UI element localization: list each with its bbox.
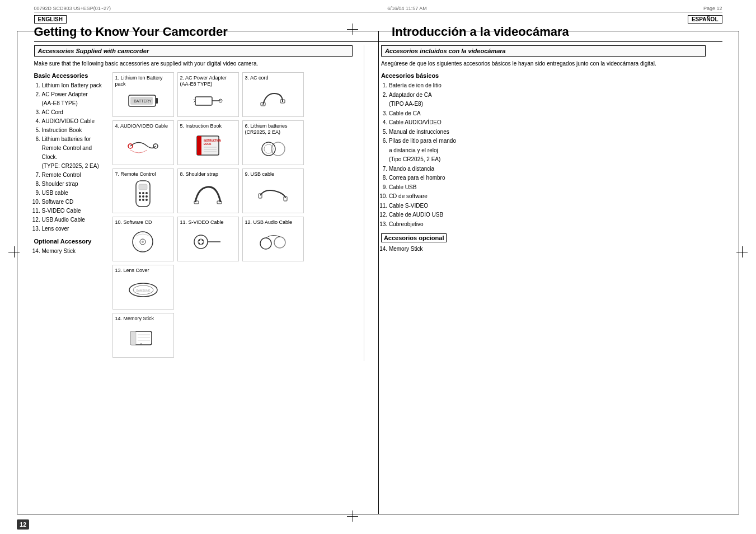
english-label: ENGLISH [34,15,67,24]
english-title: Getting to Know Your Camcorder [34,25,364,39]
img-cell-memory-stick: 14. Memory Stick M [112,313,174,358]
img-row-3: 7. Remote Control [112,168,353,213]
cell-label-3: 3. AC cord [245,75,269,81]
img-cell-ac-cord: 3. AC cord [242,72,304,117]
svg-point-43 [199,240,200,241]
img-row-1: 1. Lithium Ion Battery pack BATTERY [112,72,353,117]
english-section-header: Accessories Supplied with camcorder [34,45,353,57]
img-cell-av-cable: 4. AUDIO/VIDEO Cable [112,120,174,165]
img-cell-software-cd: 10. Software CD [112,217,174,261]
img-cell-adapter: 2. AC Power Adapter(AA-E8 TYPE) [177,72,239,117]
english-column: Accessories Supplied with camcorder Make… [34,45,364,361]
list-item: Lens cover [42,224,107,233]
spanish-intro: Asegúrese de que los siguientes accesori… [381,60,706,68]
english-intro: Make sure that the following basic acces… [34,60,353,68]
shoulder-strap-icon [192,177,223,210]
cell-label-6: 6. Lithium batteries(CR2025, 2 EA) [245,123,288,135]
crosshair-right [736,246,748,257]
spanish-accessories-list: Accesorios básicos Batería de ion de lit… [381,72,706,254]
cell-label-5: 5. Instruction Book [180,123,222,129]
list-item: Memory Stick [42,247,107,256]
svg-point-41 [194,235,208,249]
cell-label-2: 2. AC Power Adapter(AA-E8 TYPE) [180,75,227,87]
batteries-icon [257,135,288,162]
list-item: Remote Control [42,171,107,180]
adapter-icon [192,87,223,114]
usb-audio-icon [257,226,288,259]
english-basic-header: Basic Accessories [34,72,107,79]
list-item: AUDIO/VIDEO Cable [42,117,107,126]
spanish-title: Introducción a la videocámara [392,25,722,39]
image-grid: 1. Lithium Ion Battery pack BATTERY [112,72,353,361]
svg-point-32 [142,199,144,201]
spanish-column: Accesorios incluidos con la videocámara … [375,45,706,361]
svg-point-46 [202,243,204,245]
svg-point-44 [202,240,204,241]
spanish-section-header: Accesorios incluidos con la videocámara [381,45,706,57]
img-cell-svideo: 11. S-VIDEO Cable [177,217,239,261]
list-item: Memory Stick [389,245,706,254]
list-item: Cable de AUDIO USB [389,210,706,220]
cell-label-12: 12. USB Audio Cable [245,219,293,226]
img-row-2: 4. AUDIO/VIDEO Cable [112,120,353,165]
svg-rect-1 [156,98,158,104]
svg-rect-24 [139,184,147,190]
svg-text:SAMSUNG: SAMSUNG [136,289,150,292]
cell-label-1: 1. Lithium Ion Battery pack [115,75,171,87]
svg-rect-4 [195,97,212,105]
svideo-icon [192,226,223,259]
list-item: USB cable [42,189,107,198]
svg-text:BATTERY: BATTERY [134,99,152,103]
cell-label-14: 14. Memory Stick [115,316,154,322]
svg-point-49 [274,237,285,248]
list-item: Lithium batteries forRemote Control and … [42,135,107,171]
spanish-optional-list: Memory Stick [381,245,706,254]
list-item: Mando a distancia [389,165,706,174]
doc-date: 6/16/04 11:57 AM [387,6,427,11]
svg-text:INSTRUCTION: INSTRUCTION [204,139,221,142]
cell-label-8: 8. Shoulder strap [180,171,219,177]
list-item: S-VIDEO Cable [42,207,107,216]
spanish-basic-header: Accesorios básicos [381,72,706,79]
list-item: AC Power Adapter(AA-E8 TYPE) [42,90,107,108]
list-item: Lithium Ion Battery pack [42,81,107,90]
spanish-optional-header: Accesorios opcional [381,233,447,242]
crosshair-top [347,24,358,35]
svg-point-48 [260,238,271,249]
list-item: CD de software [389,192,706,202]
memory-stick-icon: M [128,322,158,355]
list-item: AC Cord [42,108,107,117]
img-cell-usb-cable: 9. USB cable [242,168,304,213]
img-cell-instruction: 5. Instruction Book INSTRUCTION BOOK [177,120,239,165]
svg-point-22 [271,142,285,156]
cell-label-13: 13. Lens Cover [115,268,149,274]
list-item: Instruction Book [42,126,107,135]
svg-point-25 [139,192,141,194]
img-cell-shoulder-strap: 8. Shoulder strap [177,168,239,213]
svg-point-40 [142,241,144,243]
list-item: Correa para el hombro [389,174,706,183]
doc-id: 00792D SCD903 US+ESP(01~27) [34,6,111,11]
list-item: Shoulder strap [42,180,107,189]
svg-point-27 [145,192,148,194]
main-content: Accessories Supplied with camcorder Make… [34,45,722,361]
img-cell-remote: 7. Remote Control [112,168,174,213]
list-item: Cable S-VIDEO [389,202,706,211]
lens-cover-icon: SAMSUNG [126,274,160,307]
page-number: 12 [17,519,29,530]
battery-icon: BATTERY [128,87,158,114]
crosshair-left [8,246,20,257]
img-cell-battery: 1. Lithium Ion Battery pack BATTERY [112,72,174,117]
svg-point-29 [142,195,144,198]
english-content: Basic Accessories Lithium Ion Battery pa… [34,72,353,361]
doc-header: 00792D SCD903 US+ESP(01~27) 6/16/04 11:5… [34,6,722,13]
instruction-icon: INSTRUCTION BOOK [195,129,220,162]
english-optional-list: Memory Stick [34,247,107,256]
software-cd-icon [130,226,156,259]
img-cell-lens-cover: 13. Lens Cover SAMSUNG [112,265,174,310]
border-bottom [17,514,739,514]
ac-cord-icon [257,81,288,114]
usb-cable-icon [257,177,288,210]
svg-rect-14 [197,136,201,155]
img-cell-lithium-batteries: 6. Lithium batteries(CR2025, 2 EA) [242,120,304,165]
